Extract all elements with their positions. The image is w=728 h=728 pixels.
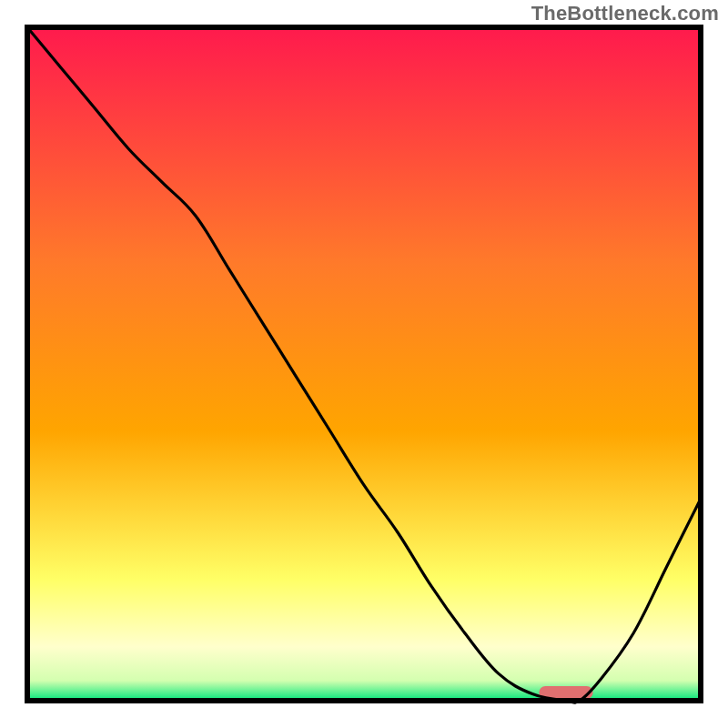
bottleneck-chart [0,0,728,728]
chart-container: TheBottleneck.com [0,0,728,728]
gradient-background [27,27,701,701]
plot-area [27,27,701,703]
